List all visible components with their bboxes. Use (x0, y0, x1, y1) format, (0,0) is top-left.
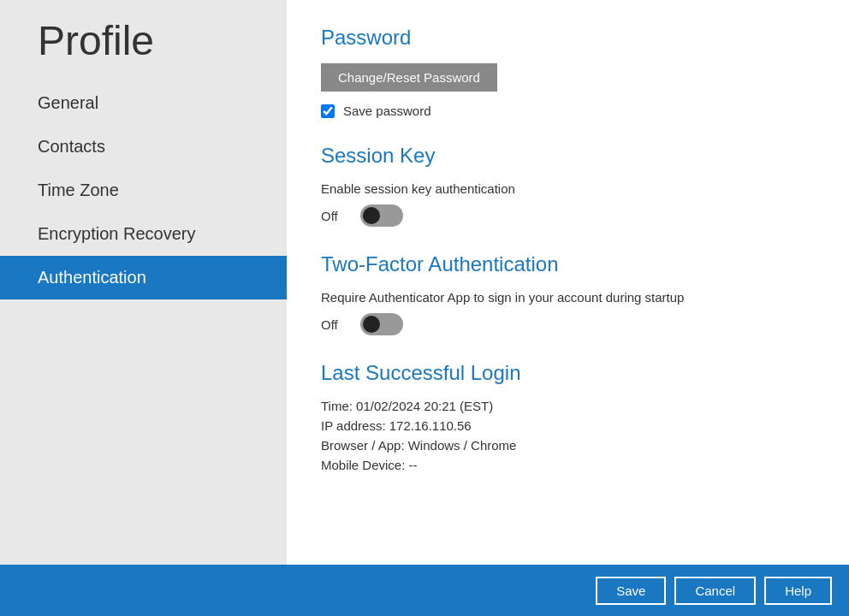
sidebar-item-authentication[interactable]: Authentication (0, 256, 287, 299)
two-factor-toggle-row: Off (321, 313, 815, 335)
last-login-title: Last Successful Login (321, 361, 815, 385)
content-area: Password Change/Reset Password Save pass… (287, 0, 849, 565)
session-key-section: Session Key Enable session key authentic… (321, 144, 815, 227)
last-login-ip: IP address: 172.16.110.56 (321, 418, 815, 433)
session-key-toggle-track (360, 204, 403, 227)
session-key-toggle-row: Off (321, 204, 815, 227)
two-factor-toggle-track (360, 313, 403, 335)
session-key-toggle[interactable] (360, 204, 403, 227)
last-login-browser: Browser / App: Windows / Chrome (321, 438, 815, 453)
session-key-title: Session Key (321, 144, 815, 168)
save-password-row: Save password (321, 104, 815, 118)
page-title: Profile (0, 9, 287, 81)
two-factor-toggle[interactable] (360, 313, 403, 335)
cancel-button[interactable]: Cancel (674, 577, 756, 605)
last-login-time: Time: 01/02/2024 20:21 (EST) (321, 399, 815, 413)
last-login-mobile: Mobile Device: -- (321, 458, 815, 472)
two-factor-description: Require Authenticator App to sign in you… (321, 290, 815, 305)
two-factor-section: Two-Factor Authentication Require Authen… (321, 252, 815, 335)
sidebar-item-encryption[interactable]: Encryption Recovery (0, 212, 287, 256)
change-reset-password-button[interactable]: Change/Reset Password (321, 63, 497, 92)
last-login-section: Last Successful Login Time: 01/02/2024 2… (321, 361, 815, 472)
session-key-description: Enable session key authentication (321, 181, 815, 196)
sidebar-item-timezone[interactable]: Time Zone (0, 169, 287, 212)
session-key-off-label: Off (321, 209, 347, 223)
password-section: Password Change/Reset Password Save pass… (321, 26, 815, 118)
password-section-title: Password (321, 26, 815, 50)
sidebar: Profile General Contacts Time Zone Encry… (0, 0, 287, 565)
save-password-checkbox[interactable] (321, 104, 335, 118)
help-button[interactable]: Help (764, 577, 832, 605)
save-password-label: Save password (343, 104, 431, 118)
sidebar-item-general[interactable]: General (0, 81, 287, 125)
sidebar-nav: General Contacts Time Zone Encryption Re… (0, 81, 287, 299)
sidebar-item-contacts[interactable]: Contacts (0, 125, 287, 169)
footer: Save Cancel Help (0, 565, 849, 616)
save-button[interactable]: Save (596, 577, 666, 605)
two-factor-title: Two-Factor Authentication (321, 252, 815, 276)
two-factor-off-label: Off (321, 317, 347, 332)
